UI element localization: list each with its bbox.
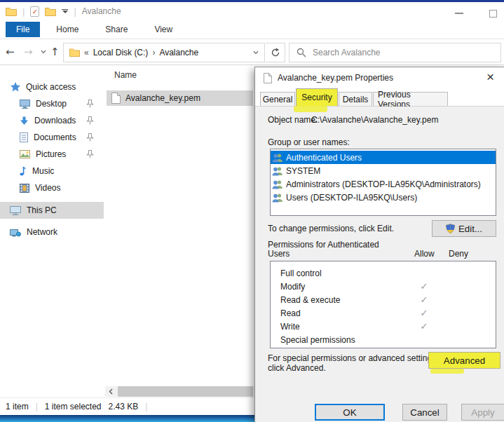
two-users-icon xyxy=(272,179,283,189)
sidebar-item-quick-access[interactable]: Quick access xyxy=(0,79,104,95)
titlebar-separator: | xyxy=(22,6,25,17)
minimize-button[interactable] xyxy=(449,8,470,19)
ribbon-tab-view[interactable]: View xyxy=(144,22,183,37)
sidebar-item-label: Quick access xyxy=(26,82,76,92)
column-header-label: Name xyxy=(114,70,137,80)
forward-arrow-icon[interactable]: → xyxy=(24,46,33,58)
sidebar-item-label: Network xyxy=(27,227,57,237)
advanced-button-highlight xyxy=(430,369,464,374)
edit-button[interactable]: Edit... xyxy=(432,220,496,237)
permission-row-full-control: Full control xyxy=(271,266,496,280)
group-row-users[interactable]: Users (DESKTOP-ILA95KQ\Users) xyxy=(271,191,496,204)
sidebar-item-videos[interactable]: Videos xyxy=(0,179,104,196)
search-icon xyxy=(297,48,306,57)
address-dropdown-chevron-down-icon[interactable] xyxy=(253,50,259,55)
cancel-button[interactable]: Cancel xyxy=(402,404,447,421)
navigation-pane: Quick access Desktop Downloads Documents… xyxy=(0,65,104,397)
permission-name: Read & execute xyxy=(280,295,340,305)
properties-check-icon[interactable]: ✓ xyxy=(30,6,39,17)
horizontal-scrollbar[interactable] xyxy=(105,386,254,397)
maximize-button[interactable] xyxy=(482,8,503,19)
titlebar-separator: | xyxy=(74,6,76,17)
music-note-icon xyxy=(20,166,27,176)
sidebar-item-label: Downloads xyxy=(34,116,76,125)
sidebar-item-network[interactable]: Network xyxy=(0,224,104,240)
group-row-administrators[interactable]: Administrators (DESKTOP-ILA95KQ\Administ… xyxy=(271,177,496,191)
sidebar-item-downloads[interactable]: Downloads xyxy=(0,112,104,129)
apply-button[interactable]: Apply xyxy=(461,404,504,421)
deny-column-header: Deny xyxy=(449,249,468,259)
breadcrumb-overflow[interactable]: « xyxy=(84,48,89,57)
window-title: Avalanche xyxy=(82,6,121,16)
picture-frame-icon xyxy=(20,150,30,158)
advanced-button[interactable]: Advanced xyxy=(428,352,500,369)
scrollbar-thumb[interactable] xyxy=(118,386,253,397)
status-selected-size: 2.43 KB xyxy=(109,402,139,411)
security-tab-highlight xyxy=(294,106,327,112)
address-bar[interactable]: « Local Disk (C:) › Avalanche xyxy=(63,43,265,62)
file-row-avalanche-key[interactable]: Avalanche_key.pem xyxy=(107,90,253,106)
permission-row-write: Write ✓ xyxy=(271,320,496,333)
desktop-monitor-icon xyxy=(20,100,30,109)
sidebar-item-desktop[interactable]: Desktop xyxy=(0,95,104,112)
sidebar-group-gap xyxy=(0,196,104,202)
sidebar-item-pictures[interactable]: Pictures xyxy=(0,146,104,163)
ok-button[interactable]: OK xyxy=(315,404,385,421)
permission-row-special-permissions: Special permissions xyxy=(271,333,496,346)
sidebar-item-label: Desktop xyxy=(36,99,67,109)
sidebar-item-label: Videos xyxy=(35,183,60,193)
qat-customize-chevron-down-icon[interactable] xyxy=(62,9,68,13)
sidebar-item-label: This PC xyxy=(27,205,57,215)
recent-locations-chevron-down-icon[interactable] xyxy=(41,50,46,54)
sidebar-item-label: Pictures xyxy=(36,149,66,159)
sidebar-item-documents[interactable]: Documents xyxy=(0,129,104,146)
edit-hint-text: To change permissions, click Edit. xyxy=(268,224,394,233)
tab-previous-versions[interactable]: Previous Versions xyxy=(373,92,448,106)
ribbon-tab-home[interactable]: Home xyxy=(46,22,89,37)
object-name-label: Object name: xyxy=(268,115,318,125)
dialog-title: Avalanche_key.pem Properties xyxy=(278,73,393,83)
tab-general[interactable]: General xyxy=(260,92,295,106)
refresh-button[interactable] xyxy=(266,43,285,62)
back-arrow-icon[interactable]: ← xyxy=(6,46,15,58)
tab-details[interactable]: Details xyxy=(339,92,372,106)
permission-name: Full control xyxy=(280,268,322,278)
allow-checkmark: ✓ xyxy=(417,294,431,305)
tab-security[interactable]: Security xyxy=(296,88,338,106)
sidebar-item-music[interactable]: Music xyxy=(0,163,104,179)
address-toolbar: ← → ↑ « Local Disk (C:) › Avalanche xyxy=(0,40,504,65)
breadcrumb-drive[interactable]: Local Disk (C:) xyxy=(93,48,149,57)
close-icon[interactable]: × xyxy=(486,69,494,85)
allow-checkmark: ✓ xyxy=(417,321,431,332)
pin-icon xyxy=(86,133,94,142)
search-input[interactable]: Search Avalanche xyxy=(289,43,501,62)
group-row-system[interactable]: SYSTEM xyxy=(271,164,496,177)
explorer-window: | ✓ | Avalanche File Home Share View ← →… xyxy=(0,0,504,422)
pin-icon xyxy=(86,150,94,158)
allow-checkmark: ✓ xyxy=(417,281,431,292)
dialog-title-bar: Avalanche_key.pem Properties × xyxy=(255,67,504,88)
group-row-authenticated-users[interactable]: Authenticated Users xyxy=(271,151,496,164)
group-name: Authenticated Users xyxy=(286,153,362,163)
two-users-icon xyxy=(272,153,283,163)
new-folder-icon[interactable] xyxy=(45,7,56,16)
sidebar-item-this-pc[interactable]: This PC xyxy=(0,202,104,219)
address-folder-icon xyxy=(69,48,80,57)
group-name: Users (DESKTOP-ILA95KQ\Users) xyxy=(286,193,417,203)
film-strip-icon xyxy=(20,184,29,193)
download-arrow-icon xyxy=(20,116,29,125)
uac-shield-icon xyxy=(446,224,455,233)
group-names-list[interactable]: Authenticated Users SYSTEM Administrator… xyxy=(270,149,496,216)
permission-row-read-execute: Read & execute ✓ xyxy=(271,293,496,306)
permission-name: Read xyxy=(280,308,301,318)
scroll-left-chevron-icon[interactable] xyxy=(105,386,116,397)
up-arrow-icon[interactable]: ↑ xyxy=(50,46,60,58)
group-name: SYSTEM xyxy=(286,166,320,176)
breadcrumb-folder[interactable]: Avalanche xyxy=(159,48,198,57)
ribbon-tab-share[interactable]: Share xyxy=(95,22,138,37)
breadcrumb-chevron[interactable]: › xyxy=(152,48,155,57)
column-header-name[interactable]: Name xyxy=(105,65,254,85)
permissions-for-label-line2: Users xyxy=(268,249,290,259)
permissions-for-label-line1: Permissions for Authenticated xyxy=(268,240,379,250)
ribbon-tab-file[interactable]: File xyxy=(6,22,40,37)
